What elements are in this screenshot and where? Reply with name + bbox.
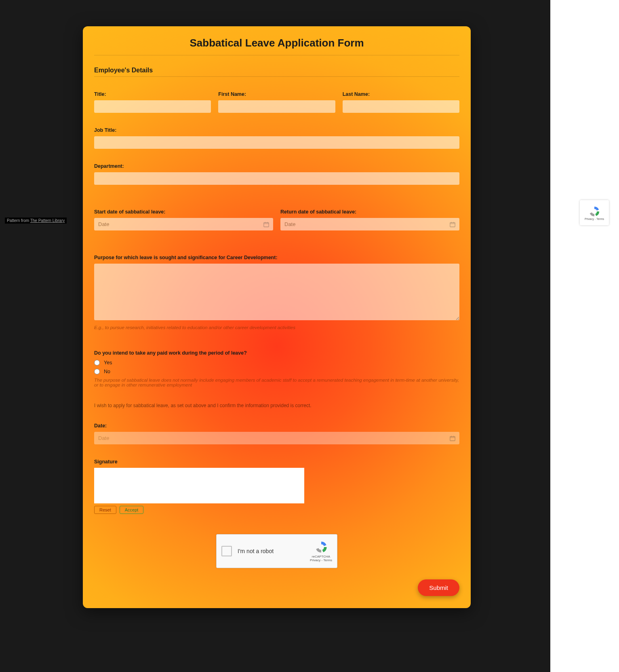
return-date-input[interactable] <box>280 218 459 230</box>
job-title-label: Job Title: <box>94 127 459 133</box>
calendar-icon <box>263 222 269 227</box>
calendar-icon <box>450 435 455 441</box>
last-name-input[interactable] <box>343 100 459 113</box>
radio-no[interactable] <box>94 369 100 374</box>
right-white-panel <box>550 0 619 672</box>
calendar-icon <box>450 222 455 227</box>
paid-work-hint: The purpose of sabbatical leave does not… <box>94 378 459 387</box>
submit-button[interactable]: Submit <box>418 579 459 596</box>
last-name-label: Last Name: <box>343 91 459 97</box>
float-legal: Privacy - Terms <box>585 218 604 220</box>
recaptcha-box[interactable]: I'm not a robot reCAPTCHA Privacy - Term… <box>216 534 337 568</box>
radio-no-row[interactable]: No <box>94 369 459 374</box>
svg-rect-4 <box>450 222 455 227</box>
svg-rect-0 <box>264 222 269 227</box>
job-title-input[interactable] <box>94 136 459 149</box>
paid-work-label: Do you intend to take any paid work duri… <box>94 350 459 356</box>
start-date-field[interactable] <box>98 221 263 227</box>
form-title: Sabbatical Leave Application Form <box>94 34 459 55</box>
accept-button[interactable]: Accept <box>120 506 144 514</box>
radio-yes-label: Yes <box>104 360 112 366</box>
first-name-label: First Name: <box>218 91 335 97</box>
signature-label: Signature <box>94 459 459 465</box>
declaration-text: I wish to apply for sabbatical leave, as… <box>94 403 459 408</box>
return-date-field[interactable] <box>284 221 450 227</box>
purpose-textarea[interactable] <box>94 264 459 320</box>
department-label: Department: <box>94 163 459 169</box>
start-date-input[interactable] <box>94 218 273 230</box>
purpose-hint: E.g., to pursue research, initiatives re… <box>94 325 459 330</box>
recaptcha-checkbox[interactable] <box>221 546 232 556</box>
date-label: Date: <box>94 423 459 429</box>
credit-prefix: Pattern from <box>7 218 30 223</box>
section-employee-details: Employee's Details <box>94 67 459 77</box>
radio-yes-row[interactable]: Yes <box>94 360 459 366</box>
radio-no-label: No <box>104 369 110 374</box>
recaptcha-icon <box>314 540 328 554</box>
return-date-label: Return date of sabbatical leave: <box>280 209 459 215</box>
recaptcha-label: I'm not a robot <box>238 548 310 554</box>
recaptcha-badge: reCAPTCHA Privacy - Terms <box>310 540 332 562</box>
signature-pad[interactable] <box>94 468 304 503</box>
date-field-disabled <box>98 435 450 441</box>
date-input-disabled <box>94 432 459 444</box>
radio-yes[interactable] <box>94 360 100 366</box>
title-input[interactable] <box>94 100 211 113</box>
department-input[interactable] <box>94 172 459 185</box>
form-card: Sabbatical Leave Application Form Employ… <box>83 26 471 608</box>
reset-button[interactable]: Reset <box>94 506 116 514</box>
credit-link[interactable]: The Pattern Library <box>30 218 65 223</box>
svg-rect-8 <box>450 436 455 441</box>
recaptcha-brand: reCAPTCHA <box>310 555 332 558</box>
recaptcha-floating-badge: Privacy - Terms <box>580 200 609 225</box>
title-label: Title: <box>94 91 211 97</box>
first-name-input[interactable] <box>218 100 335 113</box>
recaptcha-icon <box>588 205 600 218</box>
start-date-label: Start date of sabbatical leave: <box>94 209 273 215</box>
pattern-credit: Pattern from The Pattern Library <box>5 218 67 224</box>
recaptcha-legal: Privacy - Terms <box>310 558 332 562</box>
purpose-label: Purpose for which leave is sought and si… <box>94 255 459 260</box>
